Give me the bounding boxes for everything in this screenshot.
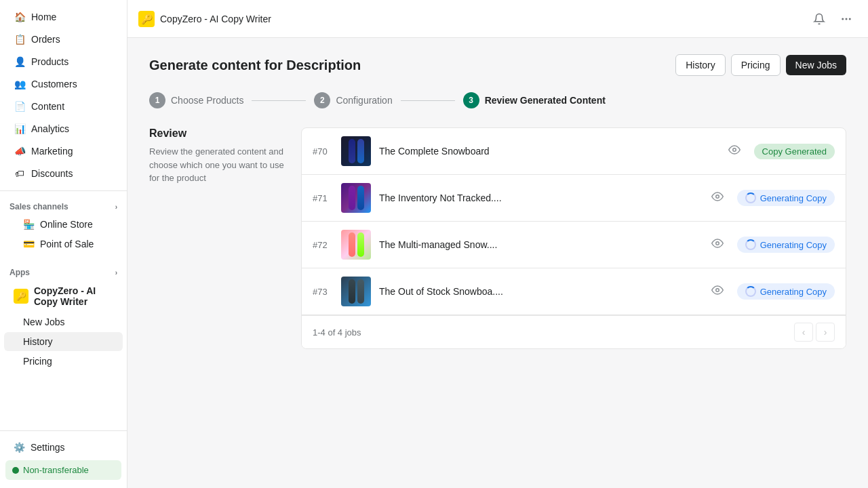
content-area: Generate content for Description History… (127, 38, 868, 488)
sidebar-item-customers[interactable]: 👥 Customers (4, 73, 123, 95)
marketing-icon: 📣 (14, 145, 26, 157)
pagination-buttons: ‹ › (794, 323, 835, 342)
preview-icon[interactable] (728, 144, 741, 159)
sidebar-item-copyzero[interactable]: 🔑 CopyZero - AI Copy Writer (4, 281, 123, 312)
table-footer: 1-4 of 4 jobs ‹ › (302, 315, 846, 348)
sales-channels-label: Sales channels › (0, 194, 127, 214)
sidebar-sub-label: Pricing (23, 356, 52, 367)
step-2-num: 2 (314, 92, 330, 108)
more-button[interactable] (835, 8, 857, 30)
svg-point-4 (715, 195, 719, 199)
sidebar-item-content[interactable]: 📄 Content (4, 96, 123, 117)
sidebar-item-label: Online Store (40, 219, 93, 230)
new-jobs-button[interactable]: New Jobs (786, 55, 846, 75)
sidebar-item-marketing[interactable]: 📣 Marketing (4, 140, 123, 162)
sidebar-item-label: Analytics (31, 123, 69, 134)
sidebar-item-new-jobs[interactable]: New Jobs (4, 312, 123, 331)
sidebar-item-settings[interactable]: ⚙️ Settings (4, 437, 123, 458)
sidebar-item-products[interactable]: 👤 Products (4, 51, 123, 73)
review-title: Review (149, 127, 285, 140)
pricing-button[interactable]: Pricing (731, 54, 781, 76)
step-1-num: 1 (149, 92, 165, 108)
sidebar-item-home[interactable]: 🏠 Home (4, 6, 123, 28)
copyzero-label: CopyZero - AI Copy Writer (34, 285, 113, 307)
sidebar-item-label: Discounts (31, 168, 73, 179)
orders-icon: 📋 (14, 33, 26, 45)
job-id: #71 (313, 193, 333, 203)
sidebar-item-online-store[interactable]: 🏪 Online Store (4, 215, 123, 234)
analytics-icon: 📊 (14, 123, 26, 135)
status-badge: Generating Copy (737, 283, 835, 300)
copyzero-icon: 🔑 (14, 289, 28, 304)
sidebar-item-label: Content (31, 101, 64, 112)
table-row: #70 The Complete Snowboard Copy Generate… (302, 128, 846, 175)
loading-spinner (745, 192, 756, 203)
topbar-app-icon: 🔑 (138, 11, 155, 27)
main-content: 🔑 CopyZero - AI Copy Writer Generate con… (127, 0, 868, 488)
loading-spinner (745, 286, 756, 297)
topbar-title: CopyZero - AI Copy Writer (160, 14, 271, 24)
page-header: Generate content for Description History… (149, 54, 846, 76)
sidebar-bottom: ⚙️ Settings Non-transferable (0, 430, 127, 488)
sales-channels-section: Sales channels › 🏪 Online Store 💳 Point … (0, 191, 127, 257)
sidebar-item-label: Products (31, 56, 68, 67)
sidebar-item-analytics[interactable]: 📊 Analytics (4, 118, 123, 140)
sidebar-item-history[interactable]: History (4, 332, 123, 351)
product-image (341, 277, 371, 306)
next-page-button[interactable]: › (816, 323, 835, 342)
step-connector-2 (401, 100, 455, 101)
svg-point-6 (715, 289, 719, 292)
non-transferable-badge[interactable]: Non-transferable (5, 460, 121, 480)
job-id: #72 (313, 240, 333, 250)
chevron-right-icon: › (115, 269, 117, 277)
topbar-actions (808, 8, 857, 30)
step-connector-1 (252, 100, 306, 101)
prev-page-button[interactable]: ‹ (794, 323, 813, 342)
svg-point-5 (715, 242, 719, 245)
product-image (341, 136, 371, 166)
step-2: 2 Configuration (314, 92, 392, 108)
history-button[interactable]: History (675, 54, 726, 76)
table-row: #71 The Inventory Not Tracked.... Genera… (302, 175, 846, 222)
job-id: #73 (313, 287, 333, 297)
home-icon: 🏠 (14, 11, 26, 23)
table-row: #73 The Out of Stock Snowboa.... Generat… (302, 268, 846, 315)
status-badge: Generating Copy (737, 237, 835, 253)
sidebar-sub-label: New Jobs (23, 317, 64, 327)
discounts-icon: 🏷 (14, 167, 26, 180)
sidebar-item-pos[interactable]: 💳 Point of Sale (4, 235, 123, 253)
topbar: 🔑 CopyZero - AI Copy Writer (127, 0, 868, 38)
preview-icon[interactable] (711, 190, 724, 205)
two-col-layout: Review Review the generated content and … (149, 127, 846, 349)
sidebar-item-label: Point of Sale (40, 239, 94, 249)
notification-button[interactable] (808, 8, 830, 30)
sidebar-item-label: Orders (31, 34, 60, 45)
table-row: #72 The Multi-managed Snow.... Generatin… (302, 222, 846, 268)
pos-icon: 💳 (23, 239, 35, 249)
preview-icon[interactable] (711, 237, 724, 252)
sidebar-item-label: Home (31, 12, 56, 22)
step-2-label: Configuration (336, 95, 392, 106)
page-title: Generate content for Description (149, 58, 361, 73)
sidebar-item-label: Customers (31, 79, 77, 89)
steps-indicator: 1 Choose Products 2 Configuration 3 Revi… (149, 92, 846, 108)
sidebar-item-pricing[interactable]: Pricing (4, 352, 123, 371)
sidebar-nav-section: 🏠 Home 📋 Orders 👤 Products 👥 Customers 📄… (0, 0, 127, 191)
settings-icon: ⚙️ (14, 442, 25, 453)
more-icon (840, 13, 852, 25)
preview-icon[interactable] (711, 284, 724, 299)
pagination-info: 1-4 of 4 jobs (313, 327, 361, 338)
product-name: The Inventory Not Tracked.... (379, 192, 703, 203)
products-icon: 👤 (14, 56, 26, 68)
status-badge: Generating Copy (737, 190, 835, 206)
apps-label: Apps › (0, 260, 127, 280)
sidebar: 🏠 Home 📋 Orders 👤 Products 👥 Customers 📄… (0, 0, 127, 488)
sidebar-item-discounts[interactable]: 🏷 Discounts (4, 163, 123, 184)
non-transferable-label: Non-transferable (23, 465, 89, 475)
product-name: The Out of Stock Snowboa.... (379, 286, 703, 297)
product-name: The Multi-managed Snow.... (379, 239, 703, 250)
bell-icon (813, 13, 825, 25)
svg-point-3 (732, 148, 736, 152)
chevron-right-icon: › (115, 203, 117, 211)
sidebar-item-orders[interactable]: 📋 Orders (4, 28, 123, 50)
